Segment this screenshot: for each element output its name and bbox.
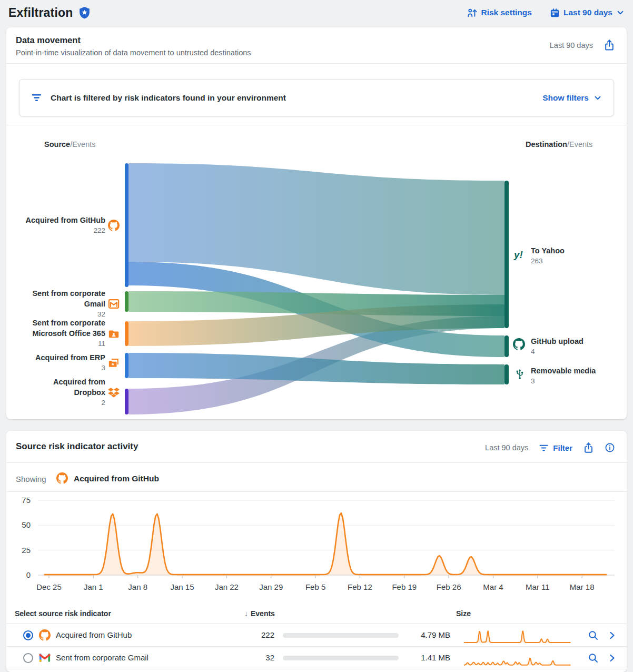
radio-selected[interactable] [23,630,33,640]
filter-notice-text: Chart is filtered by risk indicators fou… [51,93,286,103]
source-label-office365: Sent from corporate Microsoft Office 365… [12,318,105,349]
github-icon [108,220,120,231]
svg-text:Feb 5: Feb 5 [305,582,325,591]
row-label: Acquired from GitHub [56,630,132,639]
activity-line-chart: 0255075Dec 25Jan 1Jan 8Jan 15Jan 22Jan 2… [6,493,627,601]
row-detail-button[interactable] [607,653,618,664]
folder-user-icon [108,328,120,340]
svg-text:Jan 22: Jan 22 [215,582,239,591]
filter-notice-bar: Chart is filtered by risk indicators fou… [19,79,614,116]
risk-settings-label: Risk settings [481,8,531,17]
chevron-right-icon [607,630,618,641]
github-icon [513,338,525,350]
top-bar: Exfiltration Risk settings [0,0,633,25]
source-label-erp: Acquired from ERP 3 [5,352,105,373]
chevron-right-icon [607,653,618,664]
svg-text:Feb 12: Feb 12 [348,582,372,591]
sankey-node-dropbox[interactable] [125,389,128,414]
sankey-node-yahoo[interactable] [505,181,509,328]
sankey-node-removable-media[interactable] [505,364,509,384]
filter-icon [539,443,549,453]
svg-text:50: 50 [22,520,31,529]
chevron-down-icon [594,94,602,102]
showing-label: Showing [16,475,46,483]
row-detail-button[interactable] [607,630,618,641]
row-label: Sent from corporate Gmail [56,653,149,662]
usb-icon [515,368,526,380]
card-date-range: Last 90 days [550,41,593,50]
risk-indicator-row-github[interactable]: Acquired from GitHub 222 4.79 MB [6,624,627,647]
risk-settings-button[interactable]: Risk settings [467,8,531,18]
sankey-node-gmail[interactable] [125,291,128,312]
shield-star-icon [78,6,91,19]
show-filters-button[interactable]: Show filters [542,93,602,103]
source-label-dropbox: Acquired from Dropbox 2 [45,377,105,408]
table-header-size: Size [456,609,471,618]
row-events-value: 222 [222,630,274,639]
filter-label: Filter [553,443,572,452]
sankey-node-erp[interactable] [125,353,128,378]
destination-label-removable-media: Removable media 3 [531,365,596,387]
showing-value: Acquired from GitHub [74,474,159,483]
person-arrow-icon [467,8,477,18]
svg-text:Mar 4: Mar 4 [483,582,503,591]
radio-unselected[interactable] [23,653,33,663]
github-icon [39,629,51,641]
svg-text:Feb 26: Feb 26 [437,582,461,591]
svg-text:0: 0 [26,570,31,579]
events-bar [283,656,399,660]
export-icon[interactable] [604,39,615,51]
risk-indicator-row-gmail[interactable]: Sent from corporate Gmail 32 1.41 MB [6,647,627,669]
svg-text:Jan 1: Jan 1 [84,582,103,591]
card-subtitle: Point-in-time visualization of data move… [16,48,251,57]
date-range-selector[interactable]: Last 90 days [550,8,625,18]
magnifier-button[interactable] [588,630,599,641]
magnifier-icon [588,653,599,664]
size-sparkline [461,648,574,668]
dropbox-icon [108,387,120,398]
svg-text:Jan 29: Jan 29 [259,582,283,591]
events-bar [283,633,399,638]
source-risk-activity-card: Source risk indicator activity Last 90 d… [6,431,627,672]
calendar-icon [550,8,560,18]
svg-text:Feb 19: Feb 19 [392,582,417,591]
date-range-label: Last 90 days [563,8,612,17]
table-header-select: Select source risk indicator [15,609,111,618]
svg-text:Mar 11: Mar 11 [526,582,550,591]
row-size-value: 4.79 MB [398,630,450,639]
sankey-node-office365[interactable] [125,321,128,346]
card-title: Data movement [16,35,81,45]
activity-title: Source risk indicator activity [16,441,138,452]
chart-gridlines [38,500,615,575]
svg-text:Jan 15: Jan 15 [171,582,194,591]
destination-label-yahoo: To Yahoo 263 [531,245,565,266]
export-icon[interactable] [583,442,594,453]
yahoo-icon: y! [514,249,526,261]
size-sparkline [461,626,574,646]
svg-text:Dec 25: Dec 25 [36,582,62,591]
page-title: Exfiltration [8,6,73,20]
source-label-gmail: Sent from corporate Gmail 32 [21,288,105,320]
gmail-envelope-icon [108,298,120,310]
svg-text:Mar 18: Mar 18 [570,582,595,591]
sankey-node-github-upload[interactable] [505,335,509,357]
row-events-value: 32 [222,653,274,662]
source-label-github: Acquired from GitHub 222 [5,215,105,236]
data-movement-card: Data movement Point-in-time visualizatio… [6,27,627,419]
row-size-value: 1.41 MB [398,653,450,662]
table-header-events[interactable]: ↓Events [244,609,275,618]
magnifier-button[interactable] [588,653,599,664]
chart-x-axis [49,575,582,578]
info-icon[interactable] [605,442,615,453]
sankey-node-github[interactable] [125,163,128,287]
destination-label-github-upload: GitHub upload 4 [531,336,583,357]
filter-icon [31,92,42,103]
folder-star-icon [108,357,120,369]
svg-text:25: 25 [22,546,31,555]
line-series[interactable] [45,513,606,575]
svg-text:Jan 8: Jan 8 [128,582,147,591]
filter-button[interactable]: Filter [539,443,572,453]
gmail-icon [39,652,51,664]
chevron-down-icon [616,8,625,17]
magnifier-icon [588,630,599,641]
